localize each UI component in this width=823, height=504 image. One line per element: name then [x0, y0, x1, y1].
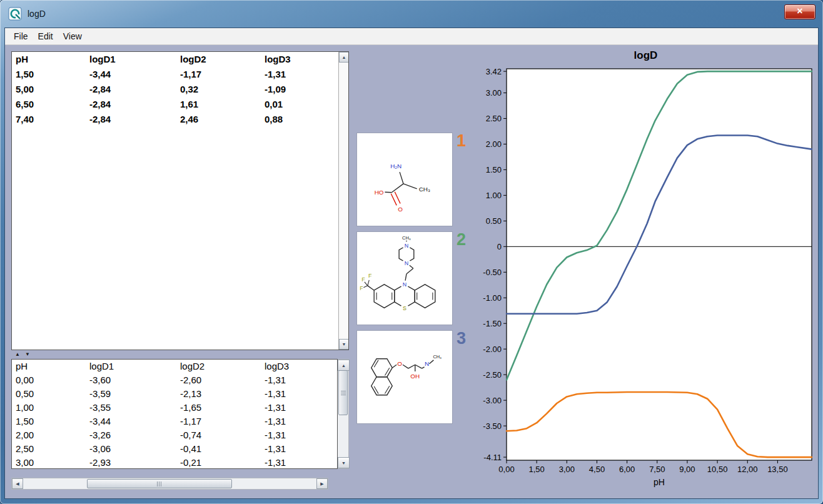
table-cell: -1,17	[176, 67, 261, 82]
scroll-down-button[interactable]: ▼	[338, 457, 350, 468]
top-table-vertical-scrollbar[interactable]: ▲ ▼	[338, 52, 348, 350]
x-tick-label: 0,00	[498, 465, 514, 474]
x-tick-label: 1,50	[529, 465, 545, 474]
table-cell: -2,84	[86, 112, 176, 127]
table-row[interactable]: 3,00-2,93-0,21-1,31	[12, 456, 337, 469]
y-tick-label: 2.50	[486, 114, 502, 123]
table-cell: -2,84	[86, 97, 176, 112]
down-arrow-icon: ▼	[341, 461, 346, 465]
app-window: logD × File Edit View pHlogD1logD2logD31…	[0, 0, 823, 504]
atom-label-o: O	[398, 206, 403, 213]
client-area: File Edit View pHlogD1logD2logD31,50-3,4…	[4, 28, 819, 499]
table-cell: 0,88	[261, 112, 348, 127]
menu-item-edit[interactable]: Edit	[33, 29, 58, 43]
atom-label-ho: HO	[375, 189, 384, 196]
table-cell: 2,46	[176, 112, 261, 127]
table-header-row: pHlogD1logD2logD3	[12, 360, 337, 373]
column-header: logD3	[261, 360, 337, 373]
horizontal-scrollbar[interactable]: ◀ ▶	[11, 478, 328, 490]
table-cell: 2,00	[12, 428, 86, 442]
table-cell: -2,93	[86, 456, 176, 469]
structure-2-thumbnail[interactable]: CH₃ N N N S F F F	[356, 231, 453, 325]
splitter-up-icon[interactable]: ▲	[15, 350, 20, 359]
y-tick-label: 1.50	[486, 165, 502, 174]
chart-pane: H₂N CH₃ HO O 1	[350, 45, 818, 498]
table-cell: -3,60	[86, 373, 176, 387]
scrollbar-thumb[interactable]	[338, 370, 348, 415]
table-cell: 0,50	[12, 387, 86, 401]
atom-label-oh: OH	[410, 373, 420, 380]
top-table[interactable]: pHlogD1logD2logD31,50-3,44-1,17-1,315,00…	[11, 51, 349, 350]
table-row[interactable]: 1,00-3,55-1,65-1,31	[12, 401, 337, 415]
table-row[interactable]: 1,50-3,44-1,17-1,31	[12, 415, 337, 428]
bottom-table[interactable]: pHlogD1logD2logD30,00-3,60-2,60-1,310,50…	[11, 359, 338, 469]
structure-3-label: 3	[457, 330, 466, 347]
scroll-down-button[interactable]: ▼	[339, 339, 349, 350]
table-splitter[interactable]: ▲ ▼	[11, 350, 349, 359]
y-tick-label: -2.50	[483, 370, 502, 380]
thumb-grip-icon	[341, 391, 346, 395]
close-icon: ×	[797, 6, 802, 16]
table-cell: -3,55	[86, 401, 176, 415]
scroll-left-button[interactable]: ◀	[12, 478, 23, 489]
atom-label-h2n: H₂N	[390, 163, 401, 169]
atom-label-f: F	[368, 273, 372, 279]
table-cell: -0,41	[176, 442, 261, 456]
splitter-down-icon[interactable]: ▼	[25, 350, 30, 359]
atom-label-f: F	[361, 276, 365, 283]
y-tick-label: 0	[497, 242, 502, 251]
table-cell: -1,31	[261, 428, 337, 442]
table-cell: -1,31	[261, 415, 337, 428]
table-row[interactable]: 2,00-3,26-0,74-1,31	[12, 428, 337, 442]
table-cell: -3,59	[86, 387, 176, 401]
structure-3-thumbnail[interactable]: O OH N CH₃	[356, 330, 453, 424]
table-row[interactable]: 7,40-2,842,460,88	[12, 112, 348, 127]
bottom-table-vertical-scrollbar[interactable]: ▲ ▼	[338, 359, 349, 469]
down-arrow-icon: ▼	[342, 342, 346, 346]
y-tick-label: -4.11	[483, 453, 502, 462]
table-cell: 5,00	[12, 82, 86, 97]
y-tick-label: 2.00	[486, 139, 502, 149]
x-tick-label: 6,00	[619, 465, 635, 474]
table-cell: -1,31	[261, 67, 348, 82]
titlebar[interactable]: logD ×	[0, 0, 823, 28]
table-row[interactable]: 6,50-2,841,610,01	[12, 97, 348, 112]
atom-label-ch3: CH₃	[402, 235, 411, 241]
table-cell: 0,00	[12, 373, 86, 387]
x-tick-label: 7,50	[649, 465, 665, 474]
table-cell: 1,50	[12, 67, 86, 82]
table-cell: -1,65	[176, 401, 261, 415]
column-header: logD2	[176, 52, 261, 67]
table-cell: -1,31	[261, 442, 337, 456]
scrollbar-thumb[interactable]	[87, 479, 232, 488]
scroll-up-button[interactable]: ▲	[339, 52, 349, 63]
logd-chart: logD 3.423.002.502.001.501.000.500-0.50-…	[475, 48, 816, 495]
atom-label-o: O	[397, 360, 402, 367]
table-cell: -0,21	[176, 456, 261, 469]
plot-area	[507, 69, 812, 460]
menu-bar: File Edit View	[5, 28, 818, 45]
scroll-up-button[interactable]: ▲	[338, 360, 350, 371]
scroll-right-button[interactable]: ▶	[316, 478, 328, 489]
structure-1-thumbnail[interactable]: H₂N CH₃ HO O	[356, 133, 453, 226]
menu-item-file[interactable]: File	[9, 29, 33, 43]
app-icon	[8, 7, 22, 21]
table-cell: -2,13	[176, 387, 261, 401]
table-row[interactable]: 1,50-3,44-1,17-1,31	[12, 67, 348, 82]
column-header: logD3	[261, 52, 348, 67]
atom-label-ch3: CH₃	[433, 354, 442, 360]
table-row[interactable]: 0,50-3,59-2,13-1,31	[12, 387, 337, 401]
table-row[interactable]: 2,50-3,06-0,41-1,31	[12, 442, 337, 456]
y-tick-label: -2.00	[483, 345, 502, 354]
table-row[interactable]: 0,00-3,60-2,60-1,31	[12, 373, 337, 387]
close-button[interactable]: ×	[784, 4, 815, 19]
table-cell: 1,50	[12, 415, 86, 428]
table-row[interactable]: 5,00-2,840,32-1,09	[12, 82, 348, 97]
column-header: logD1	[86, 52, 176, 67]
atom-label-ch3: CH₃	[419, 186, 430, 193]
menu-item-view[interactable]: View	[58, 29, 87, 43]
table-cell: -3,44	[86, 67, 176, 82]
x-tick-label: 9,00	[679, 465, 695, 474]
table-cell: -3,06	[86, 442, 176, 456]
table-cell: -1,09	[261, 82, 348, 97]
